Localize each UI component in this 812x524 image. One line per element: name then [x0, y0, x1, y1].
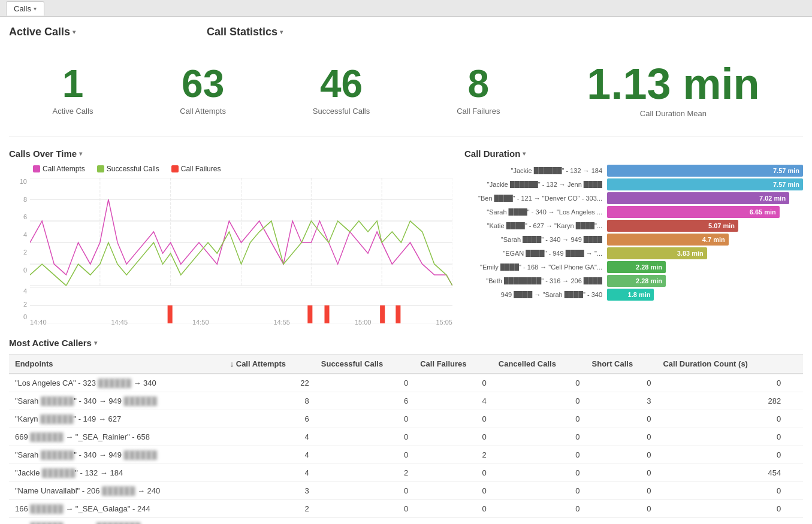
cell-attempts: 22 — [224, 374, 315, 392]
duration-bar-wrap: 7.02 min — [607, 192, 803, 204]
stat-call-failures-label: Call Failures — [457, 107, 500, 116]
table-row: "Jackie ██████" - 132 → 184 4 2 0 0 0 45… — [9, 464, 803, 482]
duration-row-label: "Sarah ████" - 340 → 949 ████ — [464, 236, 602, 243]
cell-duration-count: 0 — [657, 446, 787, 464]
cell-empty — [787, 518, 803, 525]
bar-chart-svg — [30, 287, 452, 323]
cell-short: 0 — [586, 428, 657, 446]
col-successful[interactable]: Successful Calls — [315, 355, 414, 374]
duration-bar: 6.65 min — [607, 206, 780, 218]
cell-attempts: 4 — [224, 446, 315, 464]
calls-tab[interactable]: Calls ▾ — [6, 1, 44, 16]
cell-endpoint: "Sarah ██████" - 340 → 949 ██████ — [9, 392, 224, 410]
cell-failures: 0 — [414, 482, 493, 500]
col-short[interactable]: Short Calls — [586, 355, 657, 374]
duration-bar-wrap: 2.28 min — [607, 275, 803, 287]
tab-label: Calls — [14, 4, 31, 13]
calls-over-time-arrow: ▾ — [79, 150, 82, 157]
calls-over-time-section: Calls Over Time ▾ Call Attempts Successf… — [9, 149, 452, 326]
stat-successful-calls: 46 Successful Calls — [313, 65, 370, 116]
duration-row: "Jackie ██████" - 132 → Jenn ████7.57 mi… — [464, 178, 803, 190]
cell-attempts: 8 — [224, 392, 315, 410]
cell-short: 0 — [586, 374, 657, 392]
col-attempts[interactable]: ↓ Call Attempts — [224, 355, 315, 374]
col-endpoints[interactable]: Endpoints — [9, 355, 224, 374]
cell-successful: 0 — [315, 500, 414, 518]
legend-attempts-dot — [33, 165, 40, 172]
table-row: "Los Angeles CA" - 323 ██████ → 340 22 0… — [9, 374, 803, 392]
cell-attempts: 3 — [224, 482, 315, 500]
table-row: "Sarah ██████" - 340 → 949 ██████ 8 6 4 … — [9, 392, 803, 410]
cell-endpoint: 669 ██████ → "_SEA_Rainier" - 658 — [9, 428, 224, 446]
cell-successful: 0 — [315, 410, 414, 428]
cell-cancelled: 0 — [493, 374, 586, 392]
duration-bar: 2.28 min — [607, 261, 666, 273]
duration-bar-wrap: 5.07 min — [607, 220, 803, 232]
cell-empty — [787, 464, 803, 482]
duration-row: "Ben ████" - 121 → "Denver CO" - 303...7… — [464, 192, 803, 204]
most-active-callers-section: Most Active Callers ▾ Endpoints ↓ Call A… — [9, 338, 803, 524]
call-duration-title[interactable]: Call Duration ▾ — [464, 149, 803, 159]
cell-cancelled: 0 — [493, 446, 586, 464]
duration-row-label: "Emily ████" - 168 → "Cell Phone GA"... — [464, 263, 602, 271]
cell-endpoint: "Karyn ██████" - 149 → 627 — [9, 410, 224, 428]
duration-row: "Beth ████████" - 316 → 206 ████2.28 min — [464, 275, 803, 287]
cell-empty — [787, 392, 803, 410]
cell-failures: 0 — [414, 374, 493, 392]
duration-row-label: "Jackie ██████" - 132 → Jenn ████ — [464, 181, 602, 188]
cell-endpoint: 206 ██████ → "Beth ████████" - 316 — [9, 518, 224, 525]
cell-duration-count: 0 — [657, 482, 787, 500]
cell-short: 0 — [586, 410, 657, 428]
duration-row-label: "Ben ████" - 121 → "Denver CO" - 303... — [464, 195, 602, 202]
legend-successful-label: Successful Calls — [107, 165, 159, 173]
calls-over-time-title[interactable]: Calls Over Time ▾ — [9, 149, 452, 159]
cell-short: 0 — [586, 464, 657, 482]
call-stats-header[interactable]: Call Statistics ▾ — [207, 26, 803, 38]
cell-cancelled: 0 — [493, 518, 586, 525]
active-calls-arrow: ▾ — [73, 29, 76, 35]
cell-failures: 2 — [414, 446, 493, 464]
table-row: "Name Unavailabl" - 206 ██████ → 240 3 0… — [9, 482, 803, 500]
cell-successful: 0 — [315, 428, 414, 446]
col-cancelled[interactable]: Cancelled Calls — [493, 355, 586, 374]
cell-duration-count: 0 — [657, 410, 787, 428]
duration-row-label: "EGAN ████" - 949 ████ → "... — [464, 250, 602, 257]
duration-bar: 7.02 min — [607, 192, 789, 204]
cell-endpoint: "Name Unavailabl" - 206 ██████ → 240 — [9, 482, 224, 500]
legend-failures-dot — [171, 165, 179, 172]
section-headers: Active Calls ▾ Call Statistics ▾ — [9, 26, 803, 38]
cell-cancelled: 0 — [493, 428, 586, 446]
duration-bar: 4.7 min — [607, 234, 729, 246]
cell-cancelled: 0 — [493, 500, 586, 518]
duration-bar-wrap: 1.8 min — [607, 289, 803, 301]
stat-call-failures: 8 Call Failures — [457, 65, 500, 116]
cell-failures: 0 — [414, 500, 493, 518]
legend-attempts: Call Attempts — [33, 165, 85, 173]
cell-empty — [787, 500, 803, 518]
col-duration-count[interactable]: Call Duration Count (s) — [657, 355, 787, 374]
most-active-callers-title[interactable]: Most Active Callers ▾ — [9, 338, 803, 348]
cell-failures: 0 — [414, 428, 493, 446]
cell-empty — [787, 374, 803, 392]
svg-rect-15 — [168, 305, 173, 323]
duration-row: "Jackie ██████" - 132 → 1847.57 min — [464, 165, 803, 177]
cell-failures: 0 — [414, 518, 493, 525]
cell-endpoint: 166 ██████ → "_SEA_Galaga" - 244 — [9, 500, 224, 518]
col-failures[interactable]: Call Failures — [414, 355, 493, 374]
stat-active-calls-value: 1 — [52, 65, 93, 103]
svg-rect-16 — [307, 305, 312, 323]
cell-empty — [787, 428, 803, 446]
legend-attempts-label: Call Attempts — [43, 165, 85, 173]
active-calls-header[interactable]: Active Calls ▾ — [9, 26, 207, 38]
cell-attempts: 2 — [224, 518, 315, 525]
cell-endpoint: "Sarah ██████" - 340 → 949 ██████ — [9, 446, 224, 464]
cell-failures: 0 — [414, 464, 493, 482]
line-chart-svg — [30, 178, 452, 286]
duration-row: "Sarah ████" - 340 → "Los Angeles ...6.6… — [464, 206, 803, 218]
stat-successful-calls-label: Successful Calls — [313, 107, 370, 116]
duration-row-label: "Beth ████████" - 316 → 206 ████ — [464, 277, 602, 284]
cell-empty — [787, 410, 803, 428]
call-duration-label: Call Duration — [464, 149, 520, 159]
cell-failures: 0 — [414, 410, 493, 428]
duration-row-label: 949 ████ → "Sarah ████" - 340 — [464, 291, 602, 298]
